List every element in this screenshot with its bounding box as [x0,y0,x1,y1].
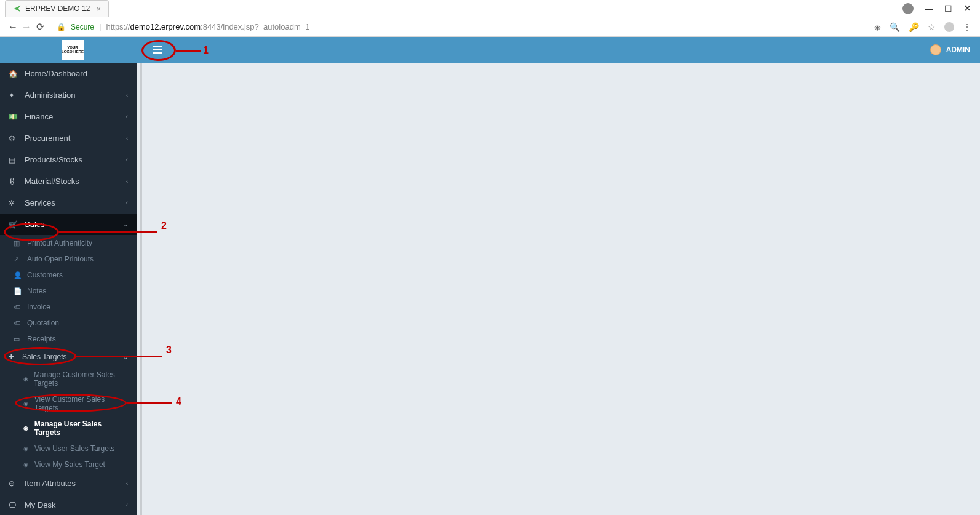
tab-close-icon[interactable]: × [96,4,101,14]
window-close-icon[interactable]: ✕ [963,2,971,14]
main-content [137,63,980,515]
user-block[interactable]: ADMIN [930,44,980,55]
barcode-icon: ▥ [14,239,23,247]
products-icon: ▤ [9,156,20,164]
annotation-number-4: 4 [176,396,181,407]
sub-item-label: Printout Authenticity [27,239,92,247]
services-icon: ✲ [9,199,20,207]
user-name: ADMIN [946,46,970,54]
sidebar-item-label: My Desk [25,500,126,509]
logo: YOUR LOGO HERE [62,40,84,60]
sub3-label: View My Sales Target [34,460,105,469]
sub3-label: View User Sales Targets [34,444,114,453]
user-icon: 👤 [14,271,23,279]
sub-item-receipts[interactable]: ▭ Receipts [0,331,137,347]
lock-icon: 🔒 [57,23,66,31]
chevron-left-icon: ‹ [126,501,128,508]
sidebar-item-services[interactable]: ✲ Services ‹ [0,192,137,214]
secure-label: Secure [71,23,94,31]
procurement-icon: ⚙ [9,134,20,143]
sidebar-item-label: Products/Stocks [25,155,126,164]
sub-item-label: Receipts [27,335,56,343]
annotation-number-2: 2 [161,220,167,231]
sidebar-item-administration[interactable]: ✦ Administration ‹ [0,84,137,106]
sub3-manage-user-targets[interactable]: ◉ Manage User Sales Targets [0,416,137,441]
sidebar-item-label: Material/Stocks [25,177,126,186]
chevron-down-icon: ⌄ [123,221,128,228]
tag-icon: 🏷 [14,303,23,311]
app-header: YOUR LOGO HERE ADMIN [0,37,980,63]
reload-button[interactable]: ⟳ [33,21,47,33]
url-separator: | [99,22,101,31]
receipt-icon: ▭ [14,335,23,343]
desktop-icon: 🖵 [9,501,20,509]
sub-item-quotation[interactable]: 🏷 Quotation [0,315,137,331]
sidebar-item-procurement[interactable]: ⚙ Procurement ‹ [0,127,137,149]
sub-item-sales-targets[interactable]: ✚ Sales Targets ⌄ [0,347,137,367]
sub3-view-customer-targets[interactable]: ◉ View Customer Sales Targets [0,391,137,416]
bullet-icon: ◉ [23,425,30,431]
back-button[interactable]: ← [6,22,20,33]
tag-icon: 🏷 [14,319,23,327]
sub3-view-user-targets[interactable]: ◉ View User Sales Targets [0,441,137,457]
extension-icon[interactable] [944,22,954,32]
menu-dots-icon[interactable]: ⋮ [963,22,971,32]
sub-item-customers[interactable]: 👤 Customers [0,267,137,283]
sub-item-invoice[interactable]: 🏷 Invoice [0,299,137,315]
sidebar-item-label: Administration [25,90,126,100]
chevron-left-icon: ‹ [126,199,128,206]
sidebar-item-material[interactable]: 🛢 Material/Stocks ‹ [0,170,137,192]
url-bar[interactable]: 🔒 Secure | https://demo12.erprev.com:844… [53,22,874,31]
sub-item-label: Invoice [27,303,50,311]
sidebar-item-mydesk[interactable]: 🖵 My Desk ‹ [0,494,137,515]
key-icon[interactable]: 🔑 [909,22,919,32]
sub-item-printout-authenticity[interactable]: ▥ Printout Authenticity [0,235,137,251]
sidebar-item-label: Services [25,198,126,207]
sub-item-notes[interactable]: 📄 Notes [0,283,137,299]
window-maximize-icon[interactable]: ☐ [944,4,952,14]
sidebar-item-products[interactable]: ▤ Products/Stocks ‹ [0,149,137,170]
sidebar-item-sales[interactable]: 🛒 Sales ⌄ [0,214,137,235]
sidebar-item-home[interactable]: 🏠 Home/Dashboard [0,63,137,84]
browser-tab[interactable]: ERPREV DEMO 12 × [5,0,109,17]
sub3-manage-customer-targets[interactable]: ◉ Manage Customer Sales Targets [0,367,137,391]
sub-item-label: Notes [27,287,46,295]
window-minimize-icon[interactable]: — [925,4,933,14]
finance-icon: 💵 [9,113,20,121]
sidebar-item-attributes[interactable]: ⊖ Item Attributes ‹ [0,473,137,494]
sidebar-item-finance[interactable]: 💵 Finance ‹ [0,106,137,127]
window-controls: — ☐ ✕ [902,2,980,14]
sub3-label: View Customer Sales Targets [34,395,128,412]
chevron-left-icon: ‹ [126,135,128,142]
bullet-icon: ◉ [23,401,30,407]
zoom-icon[interactable]: 🔍 [890,22,900,32]
chevron-left-icon: ‹ [126,156,128,163]
avatar-icon [930,44,941,55]
sidebar-item-label: Home/Dashboard [25,69,128,78]
sidebar-item-label: Procurement [25,134,126,143]
sub3-view-my-target[interactable]: ◉ View My Sales Target [0,457,137,473]
target-icon: ✚ [9,353,18,361]
external-link-icon: ↗ [14,255,23,263]
bullet-icon: ◉ [23,445,30,452]
sub-item-label: Sales Targets [22,353,67,361]
chevron-left-icon: ‹ [126,113,128,120]
location-icon[interactable]: ◈ [874,22,881,32]
star-icon[interactable]: ☆ [928,22,936,32]
sidebar-item-label: Sales [25,220,123,229]
chevron-left-icon: ‹ [126,92,128,98]
sub-item-auto-open-printouts[interactable]: ↗ Auto Open Printouts [0,251,137,267]
attributes-icon: ⊖ [9,479,20,488]
hamburger-icon[interactable] [153,44,165,56]
material-icon: 🛢 [9,177,20,186]
sub3-label: Manage User Sales Targets [34,420,128,437]
sub-item-label: Quotation [27,319,59,327]
sub-item-label: Customers [27,271,63,279]
tab-title: ERPREV DEMO 12 [25,4,90,13]
chevron-left-icon: ‹ [126,480,128,487]
url-text: https://demo12.erprev.com:8443/index.jsp… [106,22,309,31]
forward-button[interactable]: → [20,22,33,33]
tab-row: ERPREV DEMO 12 × — ☐ ✕ [0,0,980,17]
annotation-number-1: 1 [203,45,209,56]
user-profile-icon[interactable] [902,3,914,14]
